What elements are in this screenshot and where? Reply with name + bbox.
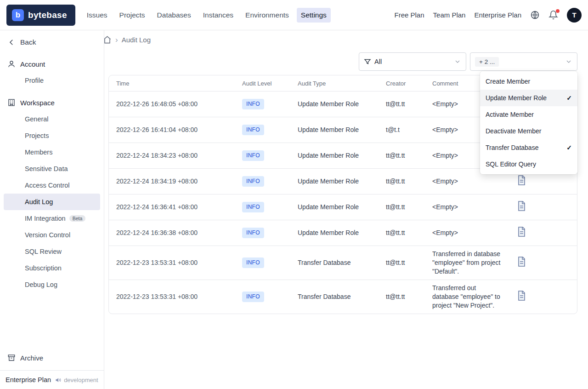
notification-bell-icon[interactable] [548, 10, 558, 20]
table-row: 2022-12-24 16:36:38 +08:00 INFO Update M… [109, 220, 577, 246]
sidebar-item-version-control[interactable]: Version Control [4, 227, 100, 243]
breadcrumb-current: Audit Log [122, 36, 151, 44]
menu-item-sql-editor-query[interactable]: SQL Editor Query [480, 156, 577, 172]
sidebar-item-sensitive-data[interactable]: Sensitive Data [4, 160, 100, 177]
breadcrumb: › Audit Log [103, 34, 577, 46]
sidebar-item-general[interactable]: General [4, 111, 100, 127]
sidebar-footer: Enterprise Plan development [0, 370, 104, 389]
current-plan-label: Enterprise Plan [6, 376, 51, 383]
menu-item-transfer-database[interactable]: Transfer Database ✓ [480, 139, 577, 156]
audit-level-value: All [374, 58, 382, 65]
audit-level-badge: INFO [242, 125, 264, 135]
audit-time: 2022-12-24 18:34:23 +08:00 [109, 143, 235, 169]
menu-item-deactivate-member[interactable]: Deactivate Member [480, 123, 577, 139]
team-plan-link[interactable]: Team Plan [433, 11, 466, 19]
audit-level-badge: INFO [242, 292, 264, 302]
view-log-detail-button[interactable] [516, 200, 527, 212]
audit-type: Transfer Database [290, 246, 379, 280]
check-icon: ✓ [566, 94, 572, 102]
audit-creator: tt@tt.tt [379, 169, 425, 194]
view-log-detail-button[interactable] [516, 226, 527, 237]
audit-comment: Transferred out database "employee" to p… [425, 280, 509, 314]
chevron-right-icon: › [115, 36, 118, 44]
column-header-time: Time [109, 75, 235, 92]
nav-databases[interactable]: Databases [153, 8, 195, 23]
audit-comment: <Empty> [425, 220, 509, 246]
free-plan-link[interactable]: Free Plan [395, 11, 424, 19]
audit-creator: tt@tt.tt [379, 246, 425, 280]
audit-creator: tt@tt.tt [379, 194, 425, 220]
bytebase-logo-icon: b [12, 9, 24, 21]
audit-creator: tt@tt.tt [379, 92, 425, 117]
nav-instances[interactable]: Instances [199, 8, 237, 23]
navbar-right: Free Plan Team Plan Enterprise Plan T [395, 8, 582, 23]
back-button[interactable]: Back [4, 34, 100, 50]
enterprise-plan-link[interactable]: Enterprise Plan [474, 11, 521, 19]
menu-item-create-member[interactable]: Create Member [480, 73, 577, 90]
chevron-down-icon [565, 58, 572, 65]
audit-time: 2022-12-24 16:36:41 +08:00 [109, 194, 235, 220]
audit-level-select[interactable]: All [359, 52, 466, 71]
sidebar-item-im-integration[interactable]: IM Integration Beta [4, 210, 100, 227]
account-section-header: Account [4, 56, 100, 72]
top-navbar: b bytebase Issues Projects Databases Ins… [0, 0, 588, 30]
sidebar-item-profile[interactable]: Profile [4, 72, 100, 89]
audit-level-badge: INFO [242, 99, 264, 109]
audit-type: Update Member Role [290, 169, 379, 194]
beta-badge: Beta [69, 215, 86, 222]
back-label: Back [20, 38, 36, 46]
building-icon [7, 98, 16, 107]
audit-type: Update Member Role [290, 92, 379, 117]
column-header-audit-type: Audit Type [290, 75, 379, 92]
nav-issues[interactable]: Issues [83, 8, 112, 23]
brand-name: bytebase [28, 10, 67, 20]
archive-label: Archive [20, 354, 43, 362]
person-icon [7, 60, 16, 68]
sidebar-item-subscription[interactable]: Subscription [4, 260, 100, 276]
audit-time: 2022-12-23 13:53:31 +08:00 [109, 280, 235, 314]
menu-item-activate-member[interactable]: Activate Member [480, 106, 577, 123]
megaphone-icon [55, 377, 62, 383]
sidebar-item-projects[interactable]: Projects [4, 127, 100, 144]
audit-type-dropdown-menu: Create Member Update Member Role ✓ Activ… [480, 71, 577, 174]
settings-sidebar: Back Account Profile Workspace General P… [0, 30, 104, 389]
menu-item-label: Transfer Database [486, 144, 538, 151]
sidebar-item-archive[interactable]: Archive [4, 349, 100, 366]
nav-settings[interactable]: Settings [297, 8, 331, 23]
chevron-down-icon [454, 58, 461, 65]
account-section-title: Account [20, 60, 45, 68]
environment-name: development [64, 377, 98, 383]
sidebar-item-debug-log[interactable]: Debug Log [4, 276, 100, 293]
sidebar-item-label: IM Integration [25, 215, 66, 222]
view-log-detail-button[interactable] [516, 256, 527, 267]
nav-projects[interactable]: Projects [115, 8, 149, 23]
audit-creator: tt@tt.tt [379, 280, 425, 314]
bytebase-logo[interactable]: b bytebase [6, 5, 75, 26]
sidebar-item-members[interactable]: Members [4, 144, 100, 160]
sidebar-item-audit-log[interactable]: Audit Log [4, 194, 100, 210]
table-row: 2022-12-23 13:53:31 +08:00 INFO Transfer… [109, 246, 577, 280]
audit-time: 2022-12-24 16:36:38 +08:00 [109, 220, 235, 246]
sidebar-item-access-control[interactable]: Access Control [4, 177, 100, 194]
view-log-detail-button[interactable] [516, 175, 527, 186]
avatar[interactable]: T [567, 8, 582, 23]
audit-type: Update Member Role [290, 143, 379, 169]
audit-type: Update Member Role [290, 117, 379, 143]
workspace-section-header: Workspace [4, 94, 100, 111]
audit-type-select[interactable]: + 2 ... [470, 52, 577, 71]
audit-type: Transfer Database [290, 280, 379, 314]
column-header-creator: Creator [379, 75, 425, 92]
environment-tag: development [55, 377, 98, 383]
nav-environments[interactable]: Environments [241, 8, 293, 23]
funnel-icon [364, 58, 371, 65]
table-row: 2022-12-23 13:53:31 +08:00 INFO Transfer… [109, 280, 577, 314]
archive-icon [7, 354, 16, 362]
audit-comment: <Empty> [425, 194, 509, 220]
menu-item-update-member-role[interactable]: Update Member Role ✓ [480, 90, 577, 106]
menu-item-label: SQL Editor Query [486, 160, 536, 168]
audit-level-badge: INFO [242, 228, 264, 238]
audit-comment: Transferred in database "employee" from … [425, 246, 509, 280]
view-log-detail-button[interactable] [516, 290, 527, 301]
language-icon[interactable] [530, 10, 540, 20]
sidebar-item-sql-review[interactable]: SQL Review [4, 243, 100, 260]
